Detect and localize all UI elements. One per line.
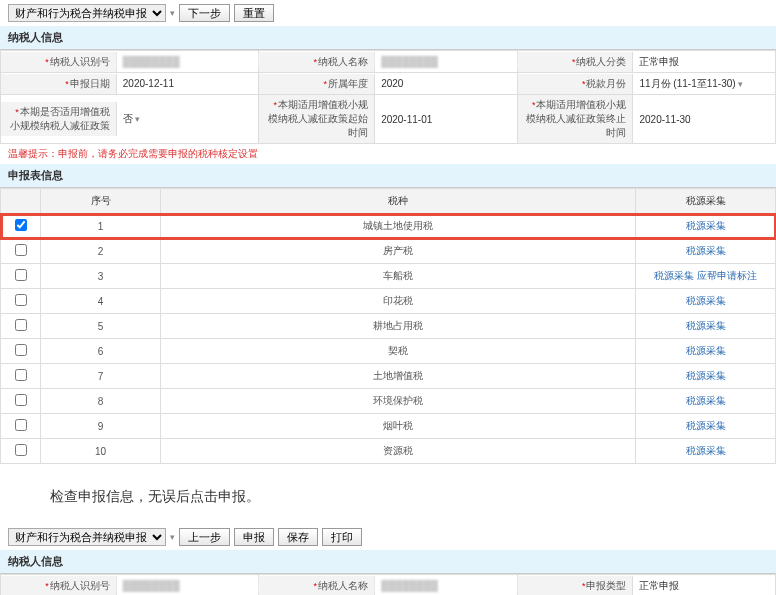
info-label: 本期适用增值税小规模纳税人减征政策终止时间	[518, 95, 634, 143]
tax-row: 6契税税源采集	[1, 339, 776, 364]
tax-col-header: 税种	[161, 189, 636, 214]
info-value: 正常申报	[633, 52, 775, 72]
tax-row-name: 房产税	[161, 239, 636, 264]
tax-source-link[interactable]: 税源采集	[686, 370, 726, 381]
report-type-select-1[interactable]: 财产和行为税合并纳税申报	[8, 4, 166, 22]
tax-source-link[interactable]: 税源采集	[686, 245, 726, 256]
dropdown-icon: ▾	[170, 8, 175, 18]
tax-row-checkbox[interactable]	[15, 419, 27, 431]
tax-row-seq: 5	[41, 314, 161, 339]
info-label: 纳税人识别号	[1, 52, 117, 72]
taxpayer-info-header-1: 纳税人信息	[0, 26, 776, 50]
tax-source-link[interactable]: 税源采集	[686, 220, 726, 231]
tax-row-checkbox[interactable]	[15, 369, 27, 381]
info-label: 纳税人名称	[259, 576, 375, 596]
info-value: 正常申报	[633, 576, 775, 596]
tax-row-name: 车船税	[161, 264, 636, 289]
tax-source-link[interactable]: 税源采集	[686, 295, 726, 306]
tax-row-seq: 8	[41, 389, 161, 414]
info-value: ████████	[375, 53, 517, 70]
taxpayer-info-header-2: 纳税人信息	[0, 550, 776, 574]
tax-row-seq: 9	[41, 414, 161, 439]
tax-row-checkbox[interactable]	[15, 394, 27, 406]
tax-row-seq: 10	[41, 439, 161, 464]
info-value: 2020-11-30	[633, 111, 775, 128]
instruction-text: 检查申报信息，无误后点击申报。	[50, 488, 776, 506]
tax-row-name: 环境保护税	[161, 389, 636, 414]
tax-row: 3车船税税源采集 应帮申请标注	[1, 264, 776, 289]
warning-text: 温馨提示：申报前，请务必完成需要申报的税种核定设置	[0, 144, 776, 164]
tax-source-link[interactable]: 税源采集	[686, 445, 726, 456]
info-value[interactable]: 否 ▾	[117, 109, 259, 129]
tax-row-seq: 4	[41, 289, 161, 314]
declare-info-header-1: 申报表信息	[0, 164, 776, 188]
tax-row-name: 资源税	[161, 439, 636, 464]
tax-row-name: 土地增值税	[161, 364, 636, 389]
info-label: 税款月份	[518, 74, 634, 94]
tax-row-name: 城镇土地使用税	[161, 214, 636, 239]
toolbar-2: 财产和行为税合并纳税申报 ▾ 上一步 申报 保存 打印	[0, 524, 776, 550]
tax-row-checkbox[interactable]	[15, 219, 27, 231]
tax-row: 10资源税税源采集	[1, 439, 776, 464]
tax-row: 8环境保护税税源采集	[1, 389, 776, 414]
info-value: 2020	[375, 75, 517, 92]
tax-row: 9烟叶税税源采集	[1, 414, 776, 439]
tax-source-link[interactable]: 税源采集	[686, 320, 726, 331]
tax-row-seq: 1	[41, 214, 161, 239]
tax-source-link[interactable]: 税源采集	[686, 420, 726, 431]
declare-button[interactable]: 申报	[234, 528, 274, 546]
info-value[interactable]: 11月份 (11-1至11-30) ▾	[633, 74, 775, 94]
tax-col-header: 序号	[41, 189, 161, 214]
info-label: 申报日期	[1, 74, 117, 94]
tax-row-name: 印花税	[161, 289, 636, 314]
tax-row-name: 契税	[161, 339, 636, 364]
tax-row-checkbox[interactable]	[15, 444, 27, 456]
tax-source-link[interactable]: 税源采集	[686, 345, 726, 356]
tax-row: 1城镇土地使用税税源采集	[1, 214, 776, 239]
tax-row: 5耕地占用税税源采集	[1, 314, 776, 339]
info-label: 所属年度	[259, 74, 375, 94]
info-label: 纳税人分类	[518, 52, 634, 72]
tax-row-checkbox[interactable]	[15, 319, 27, 331]
info-value: 2020-11-01	[375, 111, 517, 128]
tax-row-checkbox[interactable]	[15, 294, 27, 306]
tax-row: 4印花税税源采集	[1, 289, 776, 314]
tax-row-checkbox[interactable]	[15, 269, 27, 281]
tax-col-header: 税源采集	[636, 189, 776, 214]
save-button[interactable]: 保存	[278, 528, 318, 546]
prev-button[interactable]: 上一步	[179, 528, 230, 546]
tax-row-seq: 7	[41, 364, 161, 389]
next-button[interactable]: 下一步	[179, 4, 230, 22]
info-value: ████████	[117, 53, 259, 70]
tax-items-table: 序号税种税源采集 1城镇土地使用税税源采集2房产税税源采集3车船税税源采集 应帮…	[0, 188, 776, 464]
reset-button[interactable]: 重置	[234, 4, 274, 22]
info-value: 2020-12-11	[117, 75, 259, 92]
report-type-select-2[interactable]: 财产和行为税合并纳税申报	[8, 528, 166, 546]
info-label: 本期是否适用增值税小规模纳税人减征政策	[1, 102, 117, 136]
info-label: 本期适用增值税小规模纳税人减征政策起始时间	[259, 95, 375, 143]
info-value: ████████	[375, 577, 517, 594]
tax-row-seq: 3	[41, 264, 161, 289]
print-button[interactable]: 打印	[322, 528, 362, 546]
toolbar-1: 财产和行为税合并纳税申报 ▾ 下一步 重置	[0, 0, 776, 26]
tax-row-checkbox[interactable]	[15, 344, 27, 356]
tax-source-link[interactable]: 应帮申请标注	[697, 270, 757, 281]
info-label: 纳税人识别号	[1, 576, 117, 596]
tax-source-link[interactable]: 税源采集	[686, 395, 726, 406]
tax-row: 7土地增值税税源采集	[1, 364, 776, 389]
tax-row: 2房产税税源采集	[1, 239, 776, 264]
tax-row-name: 耕地占用税	[161, 314, 636, 339]
info-label: 申报类型	[518, 576, 634, 596]
tax-col-header	[1, 189, 41, 214]
tax-source-link[interactable]: 税源采集	[654, 270, 694, 281]
dropdown-icon: ▾	[170, 532, 175, 542]
tax-row-name: 烟叶税	[161, 414, 636, 439]
info-label: 纳税人名称	[259, 52, 375, 72]
tax-row-seq: 2	[41, 239, 161, 264]
info-value: ████████	[117, 577, 259, 594]
tax-row-checkbox[interactable]	[15, 244, 27, 256]
tax-row-seq: 6	[41, 339, 161, 364]
